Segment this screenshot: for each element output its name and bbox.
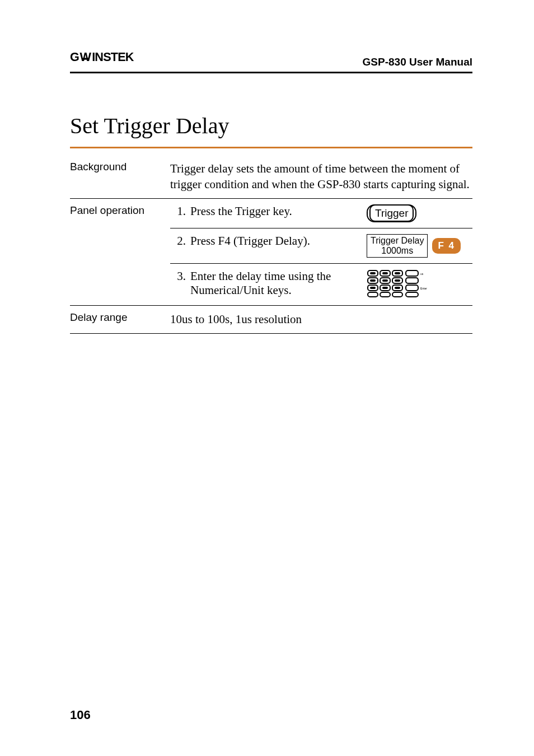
softkey-line2: 1000ms — [371, 246, 424, 256]
step3-graphic: us Enter — [367, 264, 472, 306]
svg-rect-25 — [395, 279, 400, 282]
step1-graphic: Trigger — [367, 198, 472, 228]
trigger-key-button: Trigger — [367, 204, 416, 222]
header-separator — [70, 72, 472, 73]
keypad-icon: us Enter — [367, 269, 428, 297]
svg-text:W: W — [80, 50, 92, 64]
svg-rect-16 — [368, 292, 378, 297]
content-table: Background Trigger delay sets the amount… — [70, 155, 472, 334]
manual-title: GSP-830 User Manual — [363, 56, 472, 68]
background-label: Background — [70, 155, 170, 198]
section-underline — [70, 147, 472, 148]
f4-button: F 4 — [432, 238, 461, 254]
step1-text: Press the Trigger key. — [190, 198, 367, 228]
softkey-line1: Trigger Delay — [371, 236, 424, 246]
svg-rect-28 — [395, 287, 400, 289]
step1-number: 1. — [170, 198, 190, 228]
trigger-key-label: Trigger — [369, 204, 414, 222]
page: G W INSTEK GSP-830 User Manual Set Trigg… — [0, 0, 534, 756]
gwinstek-logo-icon: G W INSTEK — [70, 50, 154, 64]
svg-rect-27 — [382, 287, 388, 289]
step3-text: Enter the delay time using the Numerical… — [190, 264, 367, 306]
background-text: Trigger delay sets the amount of time be… — [170, 155, 472, 198]
svg-rect-18 — [392, 292, 402, 297]
panel-label: Panel operation — [70, 198, 170, 306]
delay-range-row: Delay range 10us to 100s, 1us resolution — [70, 306, 472, 333]
svg-rect-2 — [83, 58, 90, 59]
svg-text:us: us — [420, 272, 424, 276]
delay-range-text: 10us to 100s, 1us resolution — [170, 306, 472, 333]
svg-rect-19 — [406, 292, 418, 297]
svg-rect-7 — [406, 270, 418, 276]
step2-graphic: Trigger Delay 1000ms F 4 — [367, 228, 472, 264]
svg-rect-22 — [395, 272, 400, 274]
background-row: Background Trigger delay sets the amount… — [70, 155, 472, 198]
svg-rect-17 — [380, 292, 390, 297]
svg-text:INSTEK: INSTEK — [92, 50, 134, 64]
section-heading: Set Trigger Delay — [70, 113, 472, 139]
step2-number: 2. — [170, 228, 190, 264]
svg-text:Enter: Enter — [420, 287, 427, 290]
svg-rect-24 — [382, 279, 388, 282]
step2-text: Press F4 (Trigger Delay). — [190, 228, 367, 264]
svg-rect-11 — [406, 278, 418, 283]
page-number: 106 — [70, 708, 91, 722]
softkey-display: Trigger Delay 1000ms — [367, 234, 428, 258]
svg-rect-20 — [370, 272, 376, 274]
brand-logo: G W INSTEK — [70, 50, 154, 68]
step3-number: 3. — [170, 264, 190, 306]
svg-rect-23 — [370, 279, 376, 282]
svg-rect-26 — [370, 287, 376, 289]
page-header: G W INSTEK GSP-830 User Manual — [70, 50, 472, 72]
svg-text:G: G — [70, 50, 79, 64]
delay-range-label: Delay range — [70, 306, 170, 333]
svg-rect-21 — [382, 272, 388, 274]
panel-step1-row: Panel operation 1. Press the Trigger key… — [70, 198, 472, 228]
svg-rect-15 — [406, 285, 418, 291]
